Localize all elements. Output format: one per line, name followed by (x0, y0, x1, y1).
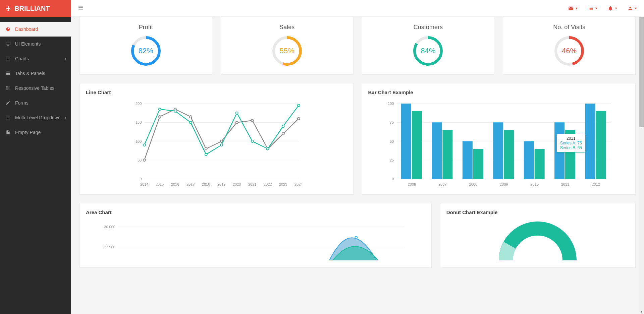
gauge-label: 55% (280, 47, 294, 55)
svg-point-52 (282, 125, 284, 127)
svg-point-50 (251, 140, 254, 142)
svg-rect-71 (462, 141, 472, 179)
svg-point-37 (220, 140, 223, 142)
panel-title: Area Chart (86, 209, 425, 215)
svg-point-45 (174, 110, 176, 112)
donut-chart-panel: Donut Chart Example (440, 203, 636, 268)
svg-point-46 (190, 121, 192, 124)
bar-chart-panel: Bar Chart Example 0255075100200620072008… (362, 83, 636, 195)
svg-point-35 (190, 116, 192, 118)
gauge: 84% (413, 36, 443, 66)
stat-card-customers: Customers 84% (362, 17, 495, 75)
gauge: 46% (554, 36, 584, 66)
svg-text:0: 0 (392, 177, 394, 181)
sidebar-item-forms[interactable]: Forms (0, 96, 71, 110)
svg-text:2009: 2009 (500, 182, 508, 186)
gauge-label: 84% (421, 47, 435, 55)
topbar: ▼ ▼ ▼ ▼ (71, 0, 644, 17)
caret-down-icon: ▼ (575, 7, 578, 10)
sidebar: BRILLIANT DashboardUI ElementsCharts‹Tab… (0, 0, 71, 276)
svg-text:150: 150 (136, 120, 142, 124)
sidebar-item-label: Forms (15, 100, 29, 106)
svg-text:0: 0 (140, 177, 142, 181)
stat-card-profit: Profit 82% (79, 17, 212, 75)
area-chart-panel: Area Chart 30,00022,500 (79, 203, 432, 268)
sidebar-item-label: Multi-Level Dropdown (15, 115, 60, 120)
sidebar-item-responsive-tables[interactable]: Responsive Tables (0, 81, 71, 96)
alerts-dropdown[interactable]: ▼ (608, 6, 618, 11)
user-icon (628, 6, 633, 11)
sidebar-item-charts[interactable]: Charts‹ (0, 51, 71, 66)
svg-rect-75 (504, 130, 514, 179)
table-icon (5, 71, 11, 76)
svg-rect-77 (524, 141, 534, 179)
sidebar-item-label: Empty Page (15, 130, 41, 135)
bell-icon (608, 6, 613, 11)
gauge: 55% (272, 36, 302, 66)
stat-title: No. of Visits (510, 24, 629, 31)
main-content: Profit 82% Sales 55% Customers 84% No. o… (71, 0, 644, 276)
svg-text:2006: 2006 (408, 182, 416, 186)
svg-point-38 (236, 121, 238, 124)
caret-down-icon: ▼ (634, 7, 637, 10)
sidebar-item-tabs-panels[interactable]: Tabs & Panels (0, 66, 71, 81)
svg-text:2022: 2022 (264, 182, 272, 186)
sidebar-item-ui-elements[interactable]: UI Elements (0, 37, 71, 51)
svg-text:2012: 2012 (592, 182, 600, 186)
stat-card-sales: Sales 55% (221, 17, 354, 75)
svg-text:2008: 2008 (469, 182, 477, 186)
hamburger-toggle[interactable] (78, 5, 84, 12)
svg-text:50: 50 (138, 158, 142, 162)
sidebar-item-multi-level-dropdown[interactable]: Multi-Level Dropdown‹ (0, 110, 71, 125)
sidebar-item-label: Responsive Tables (15, 85, 54, 91)
sitemap-icon (5, 115, 11, 120)
donut-chart[interactable] (446, 220, 629, 260)
dashboard-icon (5, 27, 11, 32)
gauge: 82% (131, 36, 161, 66)
caret-down-icon: ▼ (595, 7, 598, 10)
svg-point-47 (205, 153, 207, 155)
svg-text:2010: 2010 (530, 182, 538, 186)
svg-text:2015: 2015 (156, 182, 164, 186)
messages-dropdown[interactable]: ▼ (568, 6, 578, 11)
svg-text:2020: 2020 (233, 182, 241, 186)
plane-icon (5, 5, 12, 12)
sidebar-item-dashboard[interactable]: Dashboard (0, 22, 71, 37)
desktop-icon (5, 42, 11, 46)
scrollbar[interactable]: ▴ ▾ (639, 0, 644, 276)
grid-icon (5, 86, 11, 90)
stat-title: Sales (228, 24, 346, 31)
svg-rect-84 (596, 111, 606, 179)
tooltip-year: 2011 (560, 136, 582, 141)
svg-text:2021: 2021 (248, 182, 256, 186)
svg-point-44 (159, 108, 161, 110)
area-chart[interactable]: 30,00022,500 (86, 220, 425, 261)
svg-rect-68 (432, 122, 442, 179)
panel-title: Bar Chart Example (368, 89, 630, 95)
svg-point-42 (298, 118, 300, 120)
svg-rect-83 (585, 104, 595, 179)
svg-rect-66 (412, 111, 422, 179)
stat-card-no-of-visits: No. of Visits 46% (503, 17, 636, 75)
brand-logo[interactable]: BRILLIANT (0, 0, 71, 17)
svg-text:22,500: 22,500 (104, 245, 115, 249)
svg-text:200: 200 (136, 102, 142, 106)
bar-chart[interactable]: 02550751002006200720082009201020112012 2… (368, 100, 630, 188)
tasks-dropdown[interactable]: ▼ (588, 6, 598, 11)
panel-title: Donut Chart Example (446, 209, 629, 215)
sidebar-item-empty-page[interactable]: Empty Page (0, 125, 71, 140)
svg-point-36 (205, 148, 207, 150)
svg-rect-65 (401, 104, 411, 179)
sidebar-item-label: Dashboard (15, 26, 38, 32)
tooltip-series-b: Series B: 65 (560, 145, 582, 150)
line-chart[interactable]: 0501001502002014201520162017201820192020… (86, 100, 347, 188)
user-dropdown[interactable]: ▼ (628, 6, 637, 11)
scrollbar-thumb[interactable] (639, 10, 644, 127)
bars-icon (78, 5, 84, 11)
file-icon (5, 130, 11, 135)
chevron-left-icon: ‹ (65, 57, 66, 61)
sidebar-item-label: Charts (15, 56, 29, 61)
envelope-icon (568, 6, 574, 11)
svg-point-39 (251, 119, 254, 122)
svg-text:100: 100 (136, 139, 142, 143)
